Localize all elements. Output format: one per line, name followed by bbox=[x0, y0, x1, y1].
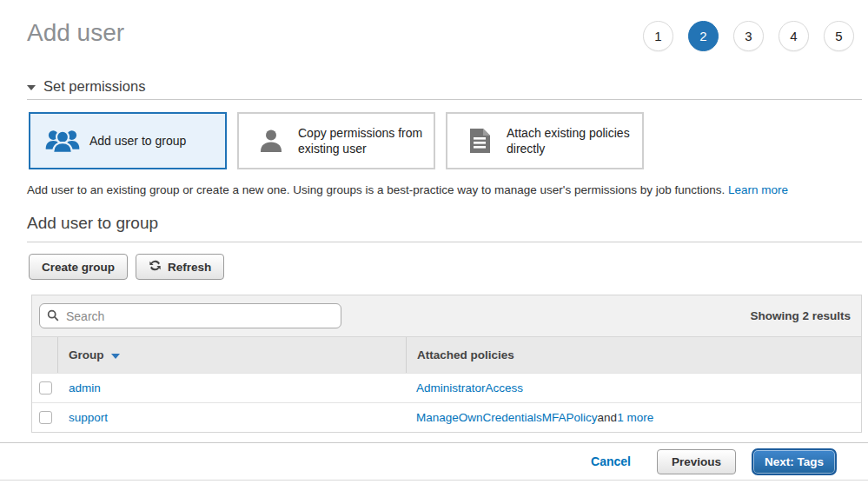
permission-option-cards: Add user to group Copy permissions from … bbox=[29, 112, 862, 169]
step-4: 4 bbox=[779, 21, 809, 51]
cancel-button[interactable]: Cancel bbox=[591, 454, 631, 468]
user-icon bbox=[249, 128, 293, 154]
step-1: 1 bbox=[643, 21, 673, 51]
group-column-label: Group bbox=[69, 348, 104, 361]
table-row: support ManageOwnCredentialsMFAPolicy an… bbox=[32, 402, 861, 432]
description-text: Add user to an existing group or create … bbox=[27, 183, 725, 196]
option-label: Add user to group bbox=[89, 133, 193, 149]
previous-button[interactable]: Previous bbox=[657, 449, 736, 474]
option-add-user-to-group[interactable]: Add user to group bbox=[29, 112, 227, 169]
permissions-description: Add user to an existing group or create … bbox=[27, 183, 862, 196]
search-input[interactable] bbox=[39, 303, 341, 328]
step-2-active: 2 bbox=[688, 21, 719, 51]
users-group-icon bbox=[41, 128, 84, 154]
group-link[interactable]: admin bbox=[69, 381, 101, 394]
option-attach-policies[interactable]: Attach existing policies directly bbox=[446, 112, 644, 169]
row-checkbox-support[interactable] bbox=[39, 411, 52, 424]
more-policies-link[interactable]: 1 more bbox=[617, 411, 653, 424]
results-count: Showing 2 results bbox=[750, 309, 851, 322]
policy-link[interactable]: AdministratorAccess bbox=[416, 381, 523, 394]
policy-link[interactable]: ManageOwnCredentialsMFAPolicy bbox=[416, 411, 598, 424]
group-section-divider bbox=[27, 242, 862, 242]
document-icon bbox=[458, 128, 501, 154]
table-toolbar: Showing 2 results bbox=[32, 295, 861, 336]
search-icon bbox=[47, 309, 59, 325]
groups-table: Showing 2 results Group Attached policie… bbox=[31, 295, 862, 433]
set-permissions-section-toggle[interactable]: Set permissions bbox=[27, 78, 145, 95]
wizard-footer: Cancel Previous Next: Tags bbox=[0, 442, 868, 481]
policies-column-label: Attached policies bbox=[417, 348, 514, 361]
group-link[interactable]: support bbox=[69, 411, 108, 424]
section-title: Set permissions bbox=[43, 78, 145, 95]
table-header: Group Attached policies bbox=[32, 336, 861, 373]
add-user-wizard: 1 2 3 4 5 Add user Set permissions bbox=[0, 0, 868, 484]
group-actions: Create group Refresh bbox=[29, 254, 862, 280]
row-checkbox-admin[interactable] bbox=[39, 381, 52, 394]
option-label: Copy permissions from existing user bbox=[298, 125, 434, 156]
option-label: Attach existing policies directly bbox=[507, 125, 642, 156]
refresh-icon bbox=[149, 259, 162, 275]
column-header-group[interactable]: Group bbox=[58, 348, 406, 361]
column-header-attached-policies: Attached policies bbox=[406, 337, 861, 373]
table-row: admin AdministratorAccess bbox=[32, 373, 861, 402]
option-copy-permissions[interactable]: Copy permissions from existing user bbox=[237, 112, 435, 169]
learn-more-link[interactable]: Learn more bbox=[728, 183, 788, 196]
chevron-down-icon bbox=[27, 85, 36, 90]
and-text: and bbox=[598, 411, 618, 424]
create-group-label: Create group bbox=[42, 261, 115, 274]
refresh-button[interactable]: Refresh bbox=[136, 254, 224, 280]
group-section-title: Add user to group bbox=[27, 214, 862, 233]
header-checkbox-cell bbox=[32, 337, 58, 373]
step-5: 5 bbox=[824, 21, 854, 51]
refresh-label: Refresh bbox=[168, 261, 211, 274]
step-3: 3 bbox=[733, 21, 764, 51]
create-group-button[interactable]: Create group bbox=[29, 254, 128, 280]
next-tags-button[interactable]: Next: Tags bbox=[752, 448, 837, 475]
section-divider bbox=[27, 99, 862, 100]
wizard-steps: 1 2 3 4 5 bbox=[643, 21, 854, 51]
sort-down-icon bbox=[111, 354, 120, 359]
